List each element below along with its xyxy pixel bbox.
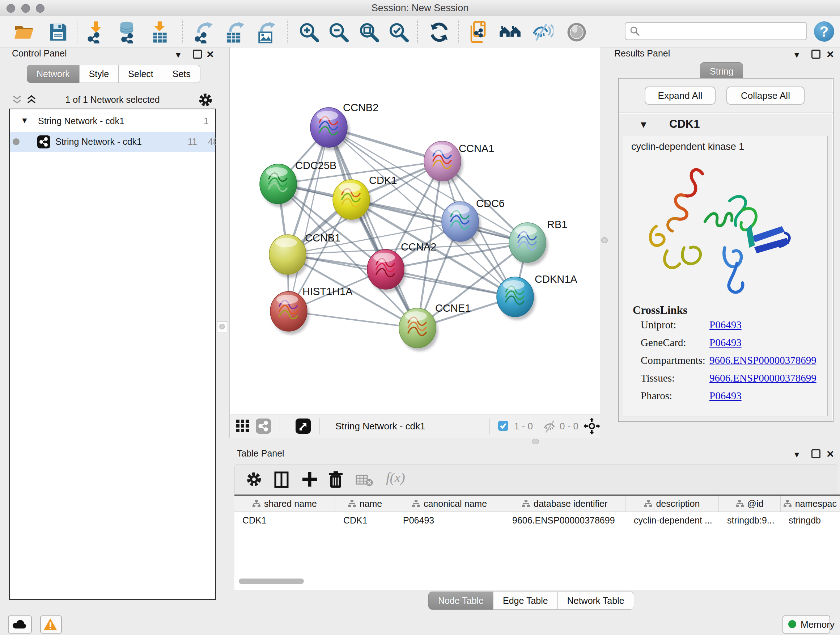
add-column-icon[interactable] [302, 471, 318, 488]
function-builder-icon[interactable]: f(x) [386, 470, 405, 486]
table-panel-close-icon[interactable]: × [827, 448, 834, 459]
network-canvas[interactable]: CCNB2CCNA1CDC25BCDK1CDC6RB1CCNB1CCNA2CDK… [229, 48, 600, 415]
open-session-button[interactable] [13, 21, 35, 43]
table-cell[interactable]: 9606.ENSP00000378699 [504, 512, 626, 529]
string-home-button[interactable] [499, 21, 521, 43]
hidden-count: 0 - 0 [560, 421, 578, 432]
hide-selected-eye-icon[interactable] [532, 21, 554, 43]
import-network-database-button[interactable] [116, 21, 137, 43]
zoom-fit-button[interactable] [358, 21, 380, 43]
results-panel-float-icon[interactable] [812, 50, 821, 59]
column-header-name[interactable]: name [335, 496, 395, 511]
crosslink-link[interactable]: P06493 [709, 319, 742, 331]
control-panel-float-icon[interactable] [193, 50, 202, 59]
search-input[interactable] [644, 24, 801, 37]
splitter-handle-icon[interactable] [532, 439, 539, 444]
table-panel-float-icon[interactable] [812, 449, 821, 458]
network-row-selected[interactable]: String Network - cdk1 11 48 [10, 132, 215, 152]
cloud-button[interactable] [8, 616, 32, 633]
save-session-button[interactable] [47, 21, 69, 43]
table-cell[interactable]: cyclin-dependent ... [626, 512, 719, 529]
table-cell[interactable]: stringdb [781, 512, 840, 529]
control-panel-collapse-icon[interactable]: ▾ [176, 50, 180, 59]
memory-button[interactable]: Memory [783, 616, 830, 633]
memory-label: Memory [801, 619, 835, 630]
left-splitter[interactable] [216, 48, 229, 437]
import-network-file-button[interactable] [85, 21, 107, 43]
network-graph[interactable]: CCNB2CCNA1CDC25BCDK1CDC6RB1CCNB1CCNA2CDK… [230, 48, 600, 415]
refresh-view-button[interactable] [428, 21, 450, 43]
node-CCNB1[interactable]: CCNB1 [269, 232, 340, 278]
import-table-file-button[interactable] [149, 21, 171, 43]
table-cell[interactable]: P06493 [395, 512, 504, 529]
results-panel-collapse-icon[interactable]: ▾ [794, 50, 799, 59]
column-header-database-identifier[interactable]: database identifier [504, 496, 626, 511]
collapse-all-button[interactable]: Collapse All [726, 87, 805, 105]
tab-select[interactable]: Select [118, 65, 163, 83]
crosslink-link[interactable]: 9606.ENSP00000378699 [709, 355, 816, 366]
search-field[interactable] [625, 22, 807, 40]
tab-style[interactable]: Style [79, 65, 119, 83]
edge-CCNB2-CCNE1[interactable] [329, 127, 417, 328]
zoom-out-button[interactable] [328, 21, 349, 43]
tab-edge-table[interactable]: Edge Table [493, 592, 558, 610]
delete-column-icon[interactable] [328, 471, 343, 488]
table-row[interactable]: CDK1CDK1P064939606.ENSP00000378699cyclin… [234, 512, 840, 529]
node-CCNE1[interactable]: CCNE1 [399, 302, 471, 351]
tab-network[interactable]: Network [27, 65, 80, 83]
results-panel-close-icon[interactable]: × [827, 49, 834, 59]
application-window: Session: New Session [0, 0, 840, 635]
selected-checkbox-icon[interactable] [498, 421, 508, 431]
node-RB1[interactable]: RB1 [509, 219, 567, 266]
tab-sets[interactable]: Sets [163, 65, 201, 83]
horizontal-splitter[interactable] [229, 437, 840, 445]
column-header-namespac[interactable]: namespac [781, 496, 840, 511]
table-cell[interactable]: stringdb:9... [719, 512, 781, 529]
splitter-handle-icon[interactable] [219, 324, 225, 329]
column-header-shared-name[interactable]: shared name [234, 496, 335, 511]
crosslink-link[interactable]: P06493 [709, 390, 742, 402]
table-panel-collapse-icon[interactable]: ▾ [794, 450, 799, 459]
show-columns-icon[interactable] [274, 471, 290, 488]
crosslink-link[interactable]: 9606.ENSP00000378699 [709, 372, 816, 384]
gear-icon[interactable] [198, 92, 213, 108]
column-header-description[interactable]: description [625, 496, 719, 511]
share-view-icon[interactable] [256, 418, 271, 434]
export-table-button[interactable] [224, 21, 245, 43]
help-icon[interactable]: ? [814, 21, 834, 42]
network-collection-row[interactable]: ▼ String Network - cdk1 1 [10, 111, 215, 131]
triangle-down-icon[interactable]: ▼ [21, 116, 28, 125]
column-header-canonical-name[interactable]: canonical name [395, 496, 504, 511]
show-orb-icon[interactable] [566, 21, 587, 43]
move-crosshair-icon[interactable] [584, 418, 600, 434]
expand-all-button[interactable]: Expand All [645, 87, 715, 105]
table-cell[interactable]: CDK1 [234, 512, 335, 529]
tab-node-table[interactable]: Node Table [428, 592, 493, 610]
node-CDC6[interactable]: CDC6 [442, 198, 505, 245]
tab-network-table[interactable]: Network Table [557, 592, 634, 610]
clear-table-icon[interactable] [355, 474, 374, 487]
export-network-button[interactable] [193, 21, 214, 43]
right-splitter[interactable] [600, 48, 609, 437]
grid-view-icon[interactable] [235, 419, 250, 433]
node-table[interactable]: shared namenamecanonical namedatabase id… [234, 494, 840, 590]
warnings-button[interactable] [40, 616, 62, 633]
splitter-handle-icon[interactable] [601, 237, 608, 243]
zoom-selected-button[interactable] [388, 21, 409, 43]
node-CDKN1A[interactable]: CDKN1A [497, 273, 577, 320]
hidden-eye-icon[interactable] [543, 420, 557, 433]
table-horizontal-scrollbar[interactable] [239, 578, 304, 584]
table-gear-icon[interactable] [246, 471, 262, 488]
node-CCNB2[interactable]: CCNB2 [310, 102, 378, 150]
birdseye-view-icon[interactable] [295, 418, 311, 434]
table-cell[interactable]: CDK1 [335, 512, 395, 529]
export-image-button[interactable] [256, 21, 277, 43]
triangle-down-icon[interactable]: ▼ [639, 119, 648, 130]
node-HIST1H1A[interactable]: HIST1H1A [270, 286, 353, 334]
zoom-in-button[interactable] [298, 21, 320, 43]
share-document-button[interactable] [468, 21, 490, 43]
control-panel-close-icon[interactable]: × [207, 49, 214, 59]
crosslink-link[interactable]: P06493 [709, 337, 742, 348]
column-header-@id[interactable]: @id [719, 496, 780, 511]
node-CDK1[interactable]: CDK1 [333, 174, 397, 223]
